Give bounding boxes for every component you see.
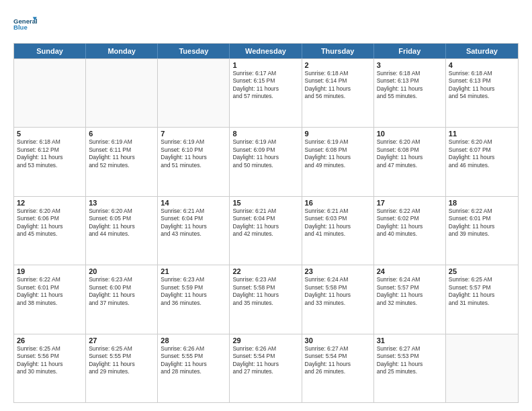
day-number: 12 bbox=[17, 199, 83, 207]
cal-cell-0-4: 2 Sunrise: 6:18 AMSunset: 6:14 PMDayligh… bbox=[302, 59, 374, 127]
cal-cell-2-3: 15 Sunrise: 6:21 AMSunset: 6:04 PMDaylig… bbox=[230, 197, 302, 265]
calendar-row-5: 26 Sunrise: 6:25 AMSunset: 5:56 PMDaylig… bbox=[14, 334, 518, 402]
cell-details: Sunrise: 6:19 AMSunset: 6:11 PMDaylight:… bbox=[89, 138, 135, 168]
cal-cell-2-1: 13 Sunrise: 6:20 AMSunset: 6:05 PMDaylig… bbox=[86, 197, 158, 265]
header-cell-wednesday: Wednesday bbox=[230, 44, 302, 58]
cal-cell-3-6: 25 Sunrise: 6:25 AMSunset: 5:57 PMDaylig… bbox=[446, 265, 518, 333]
cell-details: Sunrise: 6:25 AMSunset: 5:56 PMDaylight:… bbox=[17, 345, 63, 375]
cal-cell-2-5: 17 Sunrise: 6:22 AMSunset: 6:02 PMDaylig… bbox=[374, 197, 446, 265]
cal-cell-4-2: 28 Sunrise: 6:26 AMSunset: 5:55 PMDaylig… bbox=[158, 334, 230, 402]
cal-cell-3-0: 19 Sunrise: 6:22 AMSunset: 6:01 PMDaylig… bbox=[14, 265, 86, 333]
cell-details: Sunrise: 6:20 AMSunset: 6:05 PMDaylight:… bbox=[89, 208, 135, 237]
cal-cell-1-4: 9 Sunrise: 6:19 AMSunset: 6:08 PMDayligh… bbox=[302, 128, 374, 195]
day-number: 21 bbox=[161, 267, 226, 275]
header-cell-friday: Friday bbox=[374, 44, 446, 58]
day-number: 13 bbox=[89, 199, 154, 207]
cell-details: Sunrise: 6:26 AMSunset: 5:55 PMDaylight:… bbox=[161, 345, 207, 375]
cell-details: Sunrise: 6:20 AMSunset: 6:08 PMDaylight:… bbox=[377, 138, 423, 168]
day-number: 28 bbox=[161, 336, 226, 345]
calendar-row-3: 12 Sunrise: 6:20 AMSunset: 6:06 PMDaylig… bbox=[14, 196, 518, 265]
cell-details: Sunrise: 6:22 AMSunset: 6:01 PMDaylight:… bbox=[449, 208, 495, 237]
calendar-row-2: 5 Sunrise: 6:18 AMSunset: 6:12 PMDayligh… bbox=[14, 127, 518, 195]
cell-details: Sunrise: 6:21 AMSunset: 6:04 PMDaylight:… bbox=[161, 208, 207, 237]
cal-cell-4-1: 27 Sunrise: 6:25 AMSunset: 5:55 PMDaylig… bbox=[86, 334, 158, 402]
cell-details: Sunrise: 6:26 AMSunset: 5:54 PMDaylight:… bbox=[232, 345, 279, 375]
cell-details: Sunrise: 6:20 AMSunset: 6:06 PMDaylight:… bbox=[17, 208, 63, 237]
day-number: 20 bbox=[89, 267, 154, 275]
cell-details: Sunrise: 6:23 AMSunset: 5:59 PMDaylight:… bbox=[161, 276, 207, 306]
cal-cell-1-2: 7 Sunrise: 6:19 AMSunset: 6:10 PMDayligh… bbox=[158, 128, 230, 195]
day-number: 11 bbox=[449, 130, 515, 138]
day-number: 26 bbox=[17, 336, 83, 345]
day-number: 24 bbox=[377, 267, 443, 275]
header-cell-saturday: Saturday bbox=[446, 44, 518, 58]
cal-cell-3-2: 21 Sunrise: 6:23 AMSunset: 5:59 PMDaylig… bbox=[158, 265, 230, 333]
cell-details: Sunrise: 6:20 AMSunset: 6:07 PMDaylight:… bbox=[449, 138, 495, 168]
cell-details: Sunrise: 6:18 AMSunset: 6:13 PMDaylight:… bbox=[449, 70, 495, 99]
cal-cell-1-1: 6 Sunrise: 6:19 AMSunset: 6:11 PMDayligh… bbox=[86, 128, 158, 195]
day-number: 1 bbox=[232, 61, 298, 69]
cell-details: Sunrise: 6:18 AMSunset: 6:12 PMDaylight:… bbox=[17, 138, 63, 168]
cell-details: Sunrise: 6:27 AMSunset: 5:53 PMDaylight:… bbox=[377, 345, 423, 375]
cell-details: Sunrise: 6:17 AMSunset: 6:15 PMDaylight:… bbox=[232, 70, 279, 99]
day-number: 15 bbox=[232, 199, 298, 207]
day-number: 22 bbox=[232, 267, 298, 275]
cal-cell-0-1 bbox=[86, 59, 158, 127]
day-number: 27 bbox=[89, 336, 154, 345]
day-number: 30 bbox=[305, 336, 371, 345]
day-number: 2 bbox=[305, 61, 371, 69]
cell-details: Sunrise: 6:21 AMSunset: 6:03 PMDaylight:… bbox=[305, 208, 351, 237]
cal-cell-4-0: 26 Sunrise: 6:25 AMSunset: 5:56 PMDaylig… bbox=[14, 334, 86, 402]
cell-details: Sunrise: 6:23 AMSunset: 5:58 PMDaylight:… bbox=[232, 276, 279, 306]
day-number: 14 bbox=[161, 199, 226, 207]
header-cell-monday: Monday bbox=[86, 44, 158, 58]
day-number: 3 bbox=[377, 61, 443, 69]
day-number: 17 bbox=[377, 199, 443, 207]
day-number: 19 bbox=[17, 267, 83, 275]
day-number: 7 bbox=[161, 130, 226, 138]
logo: General Blue bbox=[13, 12, 38, 36]
cal-cell-4-6 bbox=[446, 334, 518, 402]
cal-cell-2-6: 18 Sunrise: 6:22 AMSunset: 6:01 PMDaylig… bbox=[446, 197, 518, 265]
cal-cell-0-2 bbox=[158, 59, 230, 127]
cal-cell-3-4: 23 Sunrise: 6:24 AMSunset: 5:58 PMDaylig… bbox=[302, 265, 374, 333]
day-number: 5 bbox=[17, 130, 83, 138]
day-number: 8 bbox=[232, 130, 298, 138]
day-number: 25 bbox=[449, 267, 515, 275]
cal-cell-3-3: 22 Sunrise: 6:23 AMSunset: 5:58 PMDaylig… bbox=[230, 265, 302, 333]
cell-details: Sunrise: 6:19 AMSunset: 6:09 PMDaylight:… bbox=[232, 138, 279, 168]
day-number: 29 bbox=[232, 336, 298, 345]
cal-cell-0-3: 1 Sunrise: 6:17 AMSunset: 6:15 PMDayligh… bbox=[230, 59, 302, 127]
cal-cell-4-4: 30 Sunrise: 6:27 AMSunset: 5:54 PMDaylig… bbox=[302, 334, 374, 402]
day-number: 4 bbox=[449, 61, 515, 69]
calendar-row-1: 1 Sunrise: 6:17 AMSunset: 6:15 PMDayligh… bbox=[14, 58, 518, 127]
day-number: 31 bbox=[377, 336, 443, 345]
page: General Blue SundayMondayTuesdayWednesda… bbox=[0, 0, 532, 411]
cal-cell-4-3: 29 Sunrise: 6:26 AMSunset: 5:54 PMDaylig… bbox=[230, 334, 302, 402]
header-cell-tuesday: Tuesday bbox=[158, 44, 230, 58]
cell-details: Sunrise: 6:18 AMSunset: 6:14 PMDaylight:… bbox=[305, 70, 351, 99]
header-cell-sunday: Sunday bbox=[14, 44, 86, 58]
cal-cell-0-0 bbox=[14, 59, 86, 127]
header: General Blue bbox=[13, 12, 519, 36]
day-number: 6 bbox=[89, 130, 154, 138]
day-number: 16 bbox=[305, 199, 371, 207]
cal-cell-3-5: 24 Sunrise: 6:24 AMSunset: 5:57 PMDaylig… bbox=[374, 265, 446, 333]
cell-details: Sunrise: 6:24 AMSunset: 5:58 PMDaylight:… bbox=[305, 276, 351, 306]
cell-details: Sunrise: 6:19 AMSunset: 6:08 PMDaylight:… bbox=[305, 138, 351, 168]
cell-details: Sunrise: 6:18 AMSunset: 6:13 PMDaylight:… bbox=[377, 70, 423, 99]
cell-details: Sunrise: 6:23 AMSunset: 6:00 PMDaylight:… bbox=[89, 276, 135, 306]
cal-cell-1-0: 5 Sunrise: 6:18 AMSunset: 6:12 PMDayligh… bbox=[14, 128, 86, 195]
cal-cell-1-6: 11 Sunrise: 6:20 AMSunset: 6:07 PMDaylig… bbox=[446, 128, 518, 195]
cal-cell-2-4: 16 Sunrise: 6:21 AMSunset: 6:03 PMDaylig… bbox=[302, 197, 374, 265]
day-number: 18 bbox=[449, 199, 515, 207]
svg-text:Blue: Blue bbox=[13, 24, 28, 31]
cal-cell-2-2: 14 Sunrise: 6:21 AMSunset: 6:04 PMDaylig… bbox=[158, 197, 230, 265]
cal-cell-0-6: 4 Sunrise: 6:18 AMSunset: 6:13 PMDayligh… bbox=[446, 59, 518, 127]
cell-details: Sunrise: 6:27 AMSunset: 5:54 PMDaylight:… bbox=[305, 345, 351, 375]
calendar-row-4: 19 Sunrise: 6:22 AMSunset: 6:01 PMDaylig… bbox=[14, 265, 518, 333]
cell-details: Sunrise: 6:22 AMSunset: 6:01 PMDaylight:… bbox=[17, 276, 63, 306]
header-cell-thursday: Thursday bbox=[302, 44, 374, 58]
day-number: 23 bbox=[305, 267, 371, 275]
cell-details: Sunrise: 6:24 AMSunset: 5:57 PMDaylight:… bbox=[377, 276, 423, 306]
